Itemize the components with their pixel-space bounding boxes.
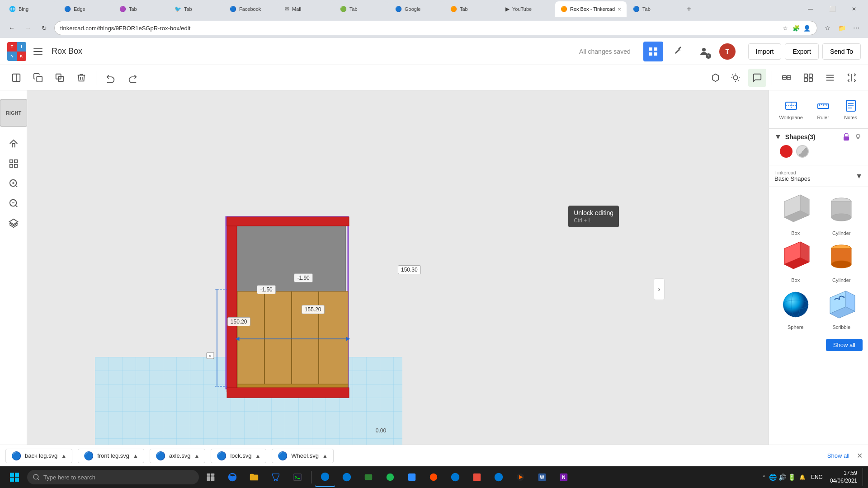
- shapes-chevron-icon[interactable]: ▼: [774, 133, 782, 141]
- collections-button[interactable]: 📁: [835, 22, 848, 34]
- zoom-in-button[interactable]: [5, 175, 22, 192]
- ruler-button[interactable]: Ruler: [811, 96, 835, 123]
- download-item-3[interactable]: 🔵 axle.svg ▲: [150, 449, 206, 463]
- undo-button[interactable]: [102, 69, 120, 87]
- start-button[interactable]: [4, 466, 25, 488]
- copy-button[interactable]: [29, 69, 47, 87]
- forward-button[interactable]: →: [22, 22, 34, 34]
- send-to-button[interactable]: Send To: [822, 43, 861, 60]
- taskbar-edge[interactable]: [222, 467, 242, 487]
- taskbar-store[interactable]: [266, 467, 286, 487]
- shape-item-box-grey[interactable]: Box: [774, 192, 817, 236]
- profile-plus-button[interactable]: +: [694, 42, 714, 61]
- show-all-button[interactable]: Show all: [826, 339, 863, 351]
- taskbar-winamp[interactable]: [510, 467, 530, 487]
- task-view-button[interactable]: [201, 467, 221, 487]
- taskbar-app-2[interactable]: [337, 467, 357, 487]
- tab-4[interactable]: 🐦Tab: [169, 1, 223, 17]
- zoom-out-button[interactable]: [5, 195, 22, 211]
- group-button[interactable]: [778, 69, 796, 87]
- shape-item-cylinder-grey[interactable]: Cylinder: [821, 192, 863, 236]
- settings-button[interactable]: ⋯: [850, 22, 863, 34]
- show-hidden-icons-button[interactable]: ^: [761, 474, 767, 480]
- light-button[interactable]: [726, 69, 745, 87]
- tab-9[interactable]: 🟠Tab: [445, 1, 499, 17]
- hamburger-menu-button[interactable]: [32, 44, 46, 59]
- close-tab-icon[interactable]: ✕: [618, 7, 621, 12]
- shape-item-cylinder-orange[interactable]: Cylinder: [821, 239, 863, 283]
- duplicate-button[interactable]: [51, 69, 69, 87]
- shape-item-scribble[interactable]: Scribble: [821, 286, 863, 330]
- language-indicator[interactable]: ENG: [809, 474, 825, 480]
- tab-1[interactable]: 🌐Bing: [4, 1, 58, 17]
- tools-button[interactable]: [669, 42, 689, 61]
- add-tab-button[interactable]: +: [683, 3, 695, 15]
- ungroup-button[interactable]: [799, 69, 817, 87]
- download-chevron-1[interactable]: ▲: [61, 453, 66, 459]
- category-chevron-icon[interactable]: ▼: [855, 172, 863, 180]
- download-chevron-4[interactable]: ▲: [255, 453, 260, 459]
- taskbar-app-5[interactable]: [402, 467, 422, 487]
- extensions-icon[interactable]: 🧩: [792, 23, 801, 33]
- user-avatar[interactable]: T: [719, 43, 736, 60]
- back-button[interactable]: ←: [5, 22, 18, 34]
- volume-tray-icon[interactable]: 🔊: [778, 474, 786, 481]
- notes-button[interactable]: Notes: [839, 96, 863, 123]
- lock-icon[interactable]: [842, 132, 851, 141]
- minimize-button[interactable]: —: [800, 0, 821, 18]
- system-clock[interactable]: 17:59 04/06/2021: [826, 469, 861, 485]
- color-hole[interactable]: [796, 145, 809, 158]
- battery-tray-icon[interactable]: 🔋: [788, 474, 796, 481]
- create-shape-button[interactable]: [7, 69, 25, 87]
- refresh-button[interactable]: ↻: [38, 22, 51, 34]
- tab-7[interactable]: 🟢Tab: [335, 1, 389, 17]
- taskbar-app-4[interactable]: [380, 467, 400, 487]
- download-item-1[interactable]: 🔵 back leg.svg ▲: [5, 449, 72, 463]
- view-cube[interactable]: RIGHT: [0, 96, 31, 130]
- shapes-category-dropdown[interactable]: Tinkercad Basic Shapes ▼: [769, 165, 868, 187]
- taskbar-app-9[interactable]: [489, 467, 509, 487]
- taskbar-app-3[interactable]: [359, 467, 378, 487]
- grid-view-button[interactable]: [643, 42, 663, 61]
- expand-panel-button[interactable]: ›: [654, 278, 665, 300]
- download-chevron-5[interactable]: ▲: [322, 453, 328, 459]
- network-tray-icon[interactable]: 🌐: [769, 474, 777, 481]
- tab-3[interactable]: 🟣Tab: [114, 1, 168, 17]
- home-view-button[interactable]: [5, 136, 22, 152]
- comment-button[interactable]: [748, 69, 766, 87]
- tab-5[interactable]: 🔵Facebook: [224, 1, 278, 17]
- bulb-icon[interactable]: [854, 132, 863, 141]
- fit-view-button[interactable]: [5, 155, 22, 172]
- download-item-2[interactable]: 🔵 front leg.svg ▲: [78, 449, 144, 463]
- download-item-5[interactable]: 🔵 Wheel.svg ▲: [272, 449, 334, 463]
- shape-item-box-red[interactable]: Box: [774, 239, 817, 283]
- maximize-button[interactable]: ⬜: [822, 0, 843, 18]
- color-red[interactable]: [780, 145, 793, 158]
- bookmark-icon[interactable]: ☆: [781, 23, 790, 33]
- url-bar[interactable]: tinkercad.com/things/9FBOR1eSGpR-rox-box…: [54, 21, 817, 35]
- taskbar-search[interactable]: Type here to search: [27, 470, 199, 484]
- profile-icon[interactable]: 👤: [802, 23, 811, 33]
- show-desktop-button[interactable]: [863, 468, 864, 486]
- close-button[interactable]: ✕: [844, 0, 864, 18]
- tab-10[interactable]: ▶YouTube: [500, 1, 554, 17]
- download-show-all-button[interactable]: Show all: [824, 450, 853, 461]
- download-chevron-3[interactable]: ▲: [194, 453, 200, 459]
- taskbar-edge-running[interactable]: [315, 467, 335, 487]
- delete-button[interactable]: [72, 69, 90, 87]
- notification-icon[interactable]: 🔔: [797, 474, 807, 480]
- taskbar-app-7[interactable]: [445, 467, 465, 487]
- shape-item-sphere[interactable]: Sphere: [774, 286, 817, 330]
- layers-button[interactable]: [5, 215, 22, 231]
- taskbar-file-explorer[interactable]: [244, 467, 264, 487]
- favorites-button[interactable]: ☆: [821, 22, 834, 34]
- import-button[interactable]: Import: [748, 43, 782, 60]
- mirror-button[interactable]: [843, 69, 861, 87]
- tab-2[interactable]: 🔵Edge: [59, 1, 113, 17]
- camera-button[interactable]: [705, 69, 723, 87]
- tab-11[interactable]: 🔵Tab: [627, 1, 682, 17]
- tab-6[interactable]: ✉Mail: [279, 1, 334, 17]
- export-button[interactable]: Export: [785, 43, 818, 60]
- taskbar-onenote[interactable]: N: [554, 467, 574, 487]
- taskbar-word[interactable]: W: [532, 467, 552, 487]
